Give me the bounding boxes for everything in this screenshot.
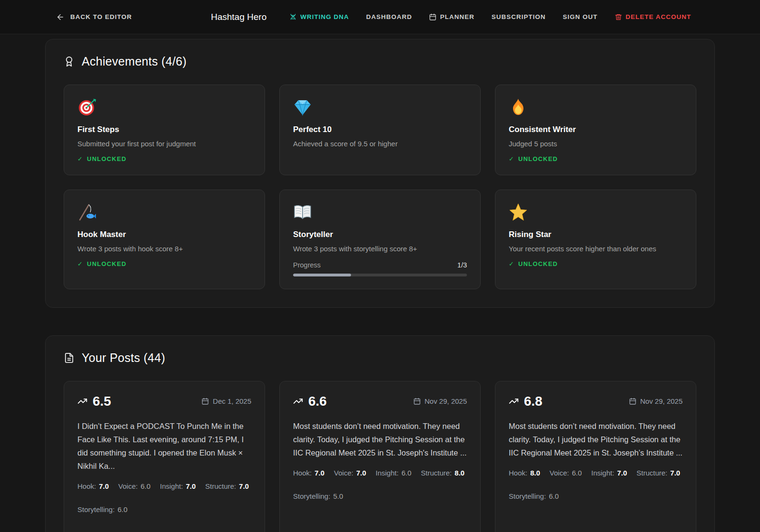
metric-voice: Voice:6.0 bbox=[550, 469, 582, 477]
metric-insight: Insight:7.0 bbox=[160, 482, 196, 490]
achievement-card-perfect-10: Perfect 10 Achieved a score of 9.5 or hi… bbox=[279, 85, 481, 175]
achievement-card-storyteller: Storyteller Wrote 3 posts with storytell… bbox=[279, 190, 481, 289]
achievement-title: Consistent Writer bbox=[509, 125, 683, 134]
metric-voice: Voice:7.0 bbox=[334, 469, 366, 477]
nav-items: WRITING DNA DASHBOARD PLANNER SUBSCRIPTI… bbox=[289, 13, 691, 21]
metric-structure: Structure:8.0 bbox=[421, 469, 465, 477]
progress-bar bbox=[293, 274, 467, 276]
nav-item-dashboard[interactable]: DASHBOARD bbox=[366, 13, 412, 20]
nav-item-delete-account[interactable]: DELETE ACCOUNT bbox=[615, 13, 691, 21]
trending-up-icon bbox=[293, 396, 303, 406]
achievements-grid: First Steps Submitted your first post fo… bbox=[64, 85, 696, 289]
achievement-desc: Wrote 3 posts with hook score 8+ bbox=[77, 244, 251, 254]
check-icon: ✓ bbox=[77, 155, 83, 162]
file-text-icon bbox=[64, 352, 75, 363]
your-posts-header: Your Posts (44) bbox=[64, 351, 696, 365]
post-top-row: 6.8 Nov 29, 2025 bbox=[509, 394, 683, 409]
check-icon: ✓ bbox=[77, 260, 83, 267]
metric-hook: Hook:7.0 bbox=[77, 482, 109, 490]
post-excerpt: I Didn’t Expect a PODCAST To Punch Me in… bbox=[77, 419, 251, 473]
trending-up-icon bbox=[77, 396, 87, 406]
post-metrics: Hook:7.0 Voice:7.0 Insight:6.0 Structure… bbox=[293, 469, 467, 500]
check-icon: ✓ bbox=[509, 260, 514, 267]
post-card[interactable]: 6.8 Nov 29, 2025 Most students don’t nee… bbox=[495, 381, 696, 532]
post-excerpt: Most students don’t need motivation. The… bbox=[293, 419, 467, 459]
post-score: 6.6 bbox=[293, 394, 327, 409]
achievements-section: Achievements (4/6) First Steps Submitted… bbox=[45, 39, 715, 308]
achievement-title: Storyteller bbox=[293, 230, 467, 239]
achievement-progress-row: Progress 1/3 bbox=[293, 261, 467, 269]
achievement-title: Hook Master bbox=[77, 230, 251, 239]
achievements-title: Achievements (4/6) bbox=[82, 55, 187, 68]
metric-voice: Voice:6.0 bbox=[118, 482, 151, 490]
post-top-row: 6.5 Dec 1, 2025 bbox=[77, 394, 251, 409]
dna-icon bbox=[289, 13, 297, 21]
progress-bar-fill bbox=[293, 274, 351, 276]
metric-hook: Hook:7.0 bbox=[293, 469, 324, 477]
metric-structure: Structure:7.0 bbox=[205, 482, 249, 490]
post-date: Nov 29, 2025 bbox=[629, 397, 683, 405]
post-card[interactable]: 6.5 Dec 1, 2025 I Didn’t Expect a PODCAS… bbox=[64, 381, 265, 532]
post-metrics: Hook:8.0 Voice:6.0 Insight:7.0 Structure… bbox=[509, 469, 683, 500]
calendar-icon bbox=[629, 398, 636, 405]
post-score-value: 6.6 bbox=[308, 394, 327, 409]
metric-hook: Hook:8.0 bbox=[509, 469, 540, 477]
posts-grid: 6.5 Dec 1, 2025 I Didn’t Expect a PODCAS… bbox=[64, 381, 696, 532]
check-icon: ✓ bbox=[509, 155, 514, 162]
post-date: Dec 1, 2025 bbox=[201, 397, 251, 405]
post-date-text: Nov 29, 2025 bbox=[425, 397, 467, 405]
nav-item-writing-dna[interactable]: WRITING DNA bbox=[289, 13, 349, 21]
your-posts-title: Your Posts (44) bbox=[82, 351, 165, 365]
gem-icon bbox=[293, 97, 467, 117]
post-metrics: Hook:7.0 Voice:6.0 Insight:7.0 Structure… bbox=[77, 482, 251, 513]
metric-storytelling: Storytelling:5.0 bbox=[293, 492, 343, 500]
star-icon bbox=[509, 202, 683, 222]
post-score-value: 6.5 bbox=[93, 394, 111, 409]
achievement-desc: Submitted your first post for judgment bbox=[77, 139, 251, 149]
achievement-desc: Achieved a score of 9.5 or higher bbox=[293, 139, 467, 149]
fishing-pole-icon bbox=[77, 202, 251, 222]
fire-icon bbox=[509, 97, 683, 117]
trash-icon bbox=[615, 13, 622, 21]
achievement-desc: Wrote 3 posts with storytelling score 8+ bbox=[293, 244, 467, 254]
arrow-left-icon bbox=[56, 13, 65, 21]
target-icon bbox=[77, 97, 251, 117]
post-card[interactable]: 6.6 Nov 29, 2025 Most students don’t nee… bbox=[279, 381, 481, 532]
metric-insight: Insight:7.0 bbox=[591, 469, 627, 477]
achievement-card-first-steps: First Steps Submitted your first post fo… bbox=[64, 85, 265, 175]
post-date: Nov 29, 2025 bbox=[413, 397, 467, 405]
progress-count: 1/3 bbox=[457, 261, 467, 269]
open-book-icon bbox=[293, 202, 467, 222]
metric-insight: Insight:6.0 bbox=[376, 469, 411, 477]
progress-label: Progress bbox=[293, 261, 321, 269]
post-top-row: 6.6 Nov 29, 2025 bbox=[293, 394, 467, 409]
achievement-status: ✓ UNLOCKED bbox=[77, 155, 251, 162]
achievement-desc: Judged 5 posts bbox=[509, 139, 683, 149]
metric-storytelling: Storytelling:6.0 bbox=[77, 505, 127, 513]
post-excerpt: Most students don’t need motivation. The… bbox=[509, 419, 683, 459]
calendar-icon bbox=[413, 398, 421, 405]
achievement-card-consistent-writer: Consistent Writer Judged 5 posts ✓ UNLOC… bbox=[495, 85, 696, 175]
trending-up-icon bbox=[509, 396, 519, 406]
nav-item-planner[interactable]: PLANNER bbox=[429, 13, 474, 21]
achievement-status: ✓ UNLOCKED bbox=[509, 260, 683, 267]
nav-item-subscription[interactable]: SUBSCRIPTION bbox=[492, 13, 546, 20]
achievement-status: ✓ UNLOCKED bbox=[509, 155, 683, 162]
nav-item-sign-out[interactable]: SIGN OUT bbox=[563, 13, 598, 20]
metric-storytelling: Storytelling:6.0 bbox=[509, 492, 559, 500]
award-icon bbox=[64, 56, 75, 67]
calendar-icon bbox=[429, 13, 437, 21]
achievement-desc: Your recent posts score higher than olde… bbox=[509, 244, 683, 254]
achievement-title: Perfect 10 bbox=[293, 125, 467, 134]
post-date-text: Dec 1, 2025 bbox=[213, 397, 251, 405]
achievement-status: ✓ UNLOCKED bbox=[77, 260, 251, 267]
brand-title: Hashtag Hero bbox=[211, 12, 266, 22]
back-to-editor-button[interactable]: BACK TO EDITOR bbox=[56, 13, 132, 21]
post-score-value: 6.8 bbox=[524, 394, 542, 409]
achievement-title: Rising Star bbox=[509, 230, 683, 239]
achievement-card-hook-master: Hook Master Wrote 3 posts with hook scor… bbox=[64, 190, 265, 289]
your-posts-section: Your Posts (44) 6.5 Dec 1, 2025 I Di bbox=[45, 335, 715, 532]
post-score: 6.5 bbox=[77, 394, 111, 409]
achievements-header: Achievements (4/6) bbox=[64, 55, 696, 68]
post-score: 6.8 bbox=[509, 394, 542, 409]
